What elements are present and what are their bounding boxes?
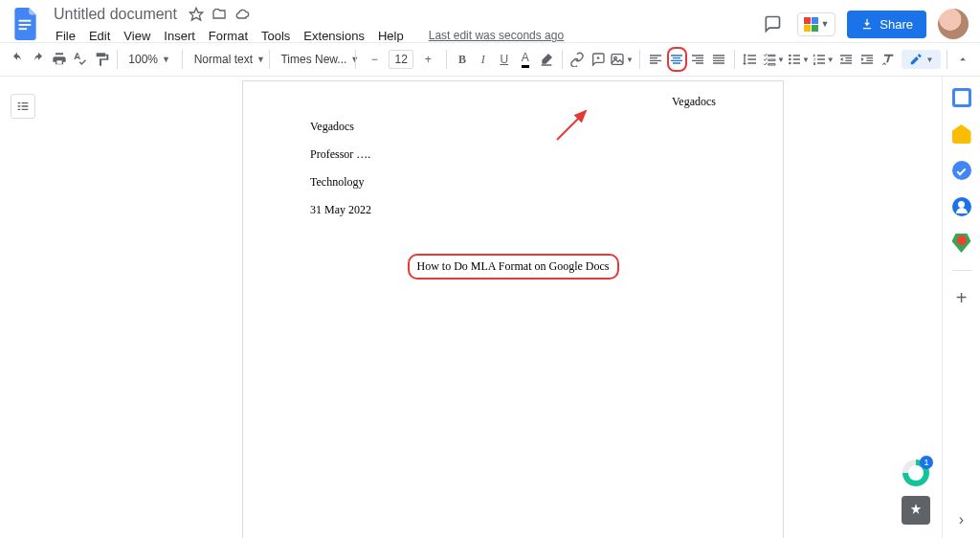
addons-plus-icon[interactable]: + [956, 288, 968, 307]
line-spacing-button[interactable] [741, 47, 760, 72]
running-head[interactable]: Vegadocs [672, 95, 716, 109]
collapse-panel-icon[interactable]: › [959, 511, 964, 528]
meet-button[interactable]: ▼ [797, 12, 835, 36]
style-select[interactable]: Normal text▼ [189, 47, 263, 72]
insert-comment-button[interactable] [589, 47, 608, 72]
collapse-toolbar-button[interactable] [953, 47, 972, 72]
page[interactable]: Vegadocs Vegadocs Professor …. Technolog… [242, 80, 784, 538]
indent-increase-button[interactable] [858, 47, 877, 72]
keep-icon[interactable] [952, 124, 971, 144]
align-center-button[interactable] [667, 47, 687, 72]
clear-format-button[interactable] [879, 47, 898, 72]
star-icon[interactable] [189, 7, 204, 22]
grammarly-icon[interactable]: 1 [902, 460, 929, 486]
bold-button[interactable]: B [453, 47, 472, 72]
highlight-button[interactable] [537, 47, 556, 72]
tasks-icon[interactable] [952, 161, 971, 180]
insert-image-button[interactable]: ▼ [610, 47, 634, 72]
font-size-decrease[interactable]: − [362, 47, 387, 72]
share-button[interactable]: Share [847, 11, 926, 38]
svg-point-8 [789, 62, 791, 65]
text-color-button[interactable]: A [516, 47, 535, 72]
italic-button[interactable]: I [474, 47, 493, 72]
insert-link-button[interactable] [568, 47, 587, 72]
side-panel: + › [942, 77, 980, 538]
cloud-status-icon[interactable] [234, 7, 250, 22]
outline-toggle-button[interactable] [11, 94, 35, 119]
user-avatar[interactable] [938, 9, 969, 39]
svg-rect-4 [612, 55, 623, 65]
move-icon[interactable] [212, 7, 227, 22]
document-title-highlight[interactable]: How to Do MLA Format on Google Docs [408, 254, 619, 280]
share-label: Share [880, 17, 913, 32]
underline-button[interactable]: U [495, 47, 514, 72]
print-button[interactable] [50, 47, 69, 72]
mla-name-line[interactable]: Vegadocs [310, 120, 716, 134]
grammarly-badge: 1 [920, 456, 933, 469]
zoom-select[interactable]: 100%▼ [122, 47, 176, 72]
align-right-button[interactable] [689, 47, 708, 72]
chevron-down-icon: ▼ [820, 19, 829, 29]
mla-course-line[interactable]: Technology [310, 175, 716, 190]
document-canvas[interactable]: Vegadocs Vegadocs Professor …. Technolog… [46, 77, 980, 538]
font-size-input[interactable] [389, 50, 413, 69]
editing-mode-button[interactable]: ▼ [902, 50, 942, 69]
redo-button[interactable] [29, 47, 48, 72]
svg-marker-3 [189, 8, 202, 20]
bulleted-list-button[interactable]: ▼ [787, 47, 810, 72]
numbered-list-button[interactable]: ▼ [812, 47, 835, 72]
checklist-button[interactable]: ▼ [762, 47, 785, 72]
doc-title[interactable]: Untitled document [50, 4, 181, 25]
font-select[interactable]: Times New...▼ [275, 47, 349, 72]
svg-rect-0 [19, 20, 32, 22]
explore-button[interactable] [902, 496, 930, 525]
chevron-down-icon: ▼ [926, 56, 934, 64]
svg-rect-2 [19, 28, 28, 30]
undo-button[interactable] [8, 47, 27, 72]
svg-point-7 [789, 58, 791, 61]
spellcheck-button[interactable] [71, 47, 90, 72]
calendar-icon[interactable] [952, 88, 971, 107]
align-justify-button[interactable] [709, 47, 728, 72]
toolbar: 100%▼ Normal text▼ Times New...▼ − + B I… [0, 42, 980, 77]
docs-logo-icon[interactable] [11, 5, 40, 43]
maps-icon[interactable] [952, 234, 971, 253]
mla-professor-line[interactable]: Professor …. [310, 147, 716, 162]
mla-date-line[interactable]: 31 May 2022 [310, 203, 716, 217]
font-size-increase[interactable]: + [415, 47, 440, 72]
contacts-icon[interactable] [952, 197, 971, 216]
comments-icon[interactable] [759, 11, 786, 37]
paint-format-button[interactable] [92, 47, 111, 72]
align-left-button[interactable] [646, 47, 665, 72]
svg-rect-1 [19, 24, 32, 26]
indent-decrease-button[interactable] [836, 47, 856, 72]
svg-point-6 [789, 55, 791, 57]
